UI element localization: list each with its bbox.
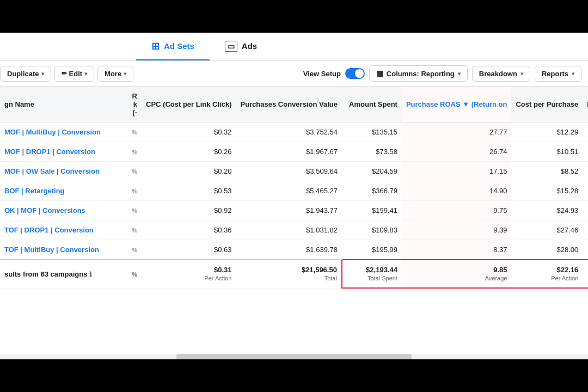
pencil-icon: ✏ bbox=[62, 70, 67, 77]
cell-cpc: $0.32 bbox=[142, 122, 236, 142]
summary-label: sults from 63 campaigns ℹ bbox=[0, 260, 120, 288]
breakdown-chevron: ▾ bbox=[520, 71, 523, 77]
adsets-icon: ⊞ bbox=[151, 40, 160, 52]
main-container: ⊞ Ad Sets ▭ Ads Duplicate ▾ ✏ Edit ▾ Mor… bbox=[0, 33, 588, 359]
summary-pcv: $21,596.50Total bbox=[236, 260, 341, 288]
reports-button[interactable]: Reports ▾ bbox=[535, 66, 581, 82]
toolbar-left: Duplicate ▾ ✏ Edit ▾ More ▾ bbox=[0, 66, 133, 82]
cell-pcv: $5,465.27 bbox=[236, 181, 341, 201]
table-row: TOF | MultiBuy | Conversion % $0.63 $1,6… bbox=[0, 240, 588, 260]
cell-r: % bbox=[120, 181, 142, 201]
edit-chevron: ▾ bbox=[84, 71, 87, 77]
cell-roas: 26.74 bbox=[402, 142, 512, 162]
more-chevron: ▾ bbox=[124, 71, 126, 77]
bar-chart-icon: ▦ bbox=[376, 69, 383, 78]
cell-r: % bbox=[120, 240, 142, 260]
summary-cpc: $0.31Per Action bbox=[142, 260, 236, 288]
cell-roas: 14.90 bbox=[402, 181, 512, 201]
col-header-campaign: gn Name bbox=[0, 87, 120, 122]
edit-button[interactable]: ✏ Edit ▾ bbox=[54, 66, 95, 82]
cell-spent: $195.99 bbox=[342, 240, 402, 260]
cell-pcv: $3,509.64 bbox=[236, 162, 341, 181]
cell-r: % bbox=[120, 201, 142, 220]
table-header-row: gn Name Rk(- CPC (Cost per Link Click) P… bbox=[0, 87, 588, 122]
cell-cpc: $0.26 bbox=[142, 142, 236, 162]
cell-cpp: $12.29 bbox=[511, 122, 583, 142]
col-header-cpc: CPC (Cost per Link Click) bbox=[142, 87, 236, 122]
cell-r: % bbox=[120, 122, 142, 142]
columns-chevron: ▾ bbox=[458, 71, 461, 77]
more-button[interactable]: More ▾ bbox=[97, 66, 133, 82]
cell-campaign: MOF | MultiBuy | Conversion bbox=[0, 122, 120, 142]
toolbar-right: View Setup ▦ Columns: Reporting ▾ Breakd… bbox=[303, 65, 581, 82]
cell-purchases: 7 bbox=[583, 142, 588, 162]
more-label: More bbox=[105, 70, 121, 78]
cell-purchases: 8 bbox=[583, 201, 588, 220]
campaign-link[interactable]: TOF | DROP1 | Conversion bbox=[4, 226, 94, 234]
cell-pcv: $3,752.54 bbox=[236, 122, 341, 142]
table-row: MOF | MultiBuy | Conversion % $0.32 $3,7… bbox=[0, 122, 588, 142]
summary-row: sults from 63 campaigns ℹ % $0.31Per Act… bbox=[0, 260, 588, 288]
view-setup-label: View Setup bbox=[303, 70, 341, 78]
cell-campaign: OK | MOF | Conversions bbox=[0, 201, 120, 220]
campaign-link[interactable]: MOF | DROP1 | Conversion bbox=[4, 148, 95, 156]
summary-spent: $2,193.44Total Spent bbox=[342, 260, 402, 288]
campaign-link[interactable]: BOF | Retargeting bbox=[4, 187, 65, 195]
table-row: MOF | OW Sale | Conversion % $0.20 $3,50… bbox=[0, 162, 588, 181]
campaign-link[interactable]: MOF | OW Sale | Conversion bbox=[4, 167, 100, 175]
cell-purchases: 24 bbox=[583, 162, 588, 181]
cell-purchases: 24 bbox=[583, 181, 588, 201]
summary-roas: 9.85Average bbox=[402, 260, 512, 288]
summary-r: % bbox=[120, 260, 142, 288]
col-header-purchases: Purchases bbox=[583, 87, 588, 122]
table-row: MOF | DROP1 | Conversion % $0.26 $1,967.… bbox=[0, 142, 588, 162]
cell-pcv: $1,943.77 bbox=[236, 201, 341, 220]
breakdown-label: Breakdown bbox=[479, 70, 517, 78]
table-row: BOF | Retargeting % $0.53 $5,465.27 $366… bbox=[0, 181, 588, 201]
cell-cpp: $8.52 bbox=[511, 162, 583, 181]
cell-campaign: MOF | OW Sale | Conversion bbox=[0, 162, 120, 181]
col-header-spent: Amount Spent bbox=[342, 87, 402, 122]
cell-campaign: MOF | DROP1 | Conversion bbox=[0, 142, 120, 162]
cell-pcv: $1,639.78 bbox=[236, 240, 341, 260]
cell-spent: $204.59 bbox=[342, 162, 402, 181]
cell-cpp: $28.00 bbox=[511, 240, 583, 260]
cell-r: % bbox=[120, 142, 142, 162]
summary-purchases: 99Total bbox=[583, 260, 588, 288]
table-body: MOF | MultiBuy | Conversion % $0.32 $3,7… bbox=[0, 122, 588, 289]
campaigns-table: gn Name Rk(- CPC (Cost per Link Click) P… bbox=[0, 87, 588, 289]
reports-chevron: ▾ bbox=[572, 71, 574, 77]
cell-campaign: TOF | DROP1 | Conversion bbox=[0, 220, 120, 240]
campaign-link[interactable]: MOF | MultiBuy | Conversion bbox=[4, 128, 101, 136]
col-header-cpp: Cost per Purchase bbox=[511, 87, 583, 122]
duplicate-button[interactable]: Duplicate ▾ bbox=[0, 66, 51, 82]
view-setup-group: View Setup bbox=[303, 68, 365, 79]
view-setup-toggle[interactable] bbox=[345, 68, 365, 79]
cell-spent: $199.41 bbox=[342, 201, 402, 220]
cell-campaign: BOF | Retargeting bbox=[0, 181, 120, 201]
cell-cpc: $0.20 bbox=[142, 162, 236, 181]
table-row: TOF | DROP1 | Conversion % $0.36 $1,031.… bbox=[0, 220, 588, 240]
cell-cpp: $24.93 bbox=[511, 201, 583, 220]
table-wrapper[interactable]: gn Name Rk(- CPC (Cost per Link Click) P… bbox=[0, 87, 588, 354]
duplicate-label: Duplicate bbox=[7, 70, 39, 78]
campaign-link[interactable]: TOF | MultiBuy | Conversion bbox=[4, 246, 99, 254]
cell-r: % bbox=[120, 220, 142, 240]
cell-roas: 9.39 bbox=[402, 220, 512, 240]
duplicate-chevron: ▾ bbox=[41, 71, 44, 77]
cell-pcv: $1,031.82 bbox=[236, 220, 341, 240]
col-header-roas[interactable]: Purchase ROAS ▼ (Return on bbox=[402, 87, 512, 122]
toolbar: Duplicate ▾ ✏ Edit ▾ More ▾ View Setup ▦… bbox=[0, 61, 588, 87]
campaign-link[interactable]: OK | MOF | Conversions bbox=[4, 206, 85, 215]
tab-adsets[interactable]: ⊞ Ad Sets bbox=[136, 33, 210, 60]
tab-ads[interactable]: ▭ Ads bbox=[210, 33, 272, 60]
cell-pcv: $1,967.67 bbox=[236, 142, 341, 162]
ads-icon: ▭ bbox=[225, 41, 237, 52]
columns-button[interactable]: ▦ Columns: Reporting ▾ bbox=[369, 65, 468, 82]
cell-cpp: $10.51 bbox=[511, 142, 583, 162]
top-nav: ⊞ Ad Sets ▭ Ads bbox=[0, 33, 588, 61]
cell-cpp: $27.46 bbox=[511, 220, 583, 240]
cell-spent: $73.58 bbox=[342, 142, 402, 162]
breakdown-button[interactable]: Breakdown ▾ bbox=[472, 66, 530, 82]
cell-roas: 8.37 bbox=[402, 240, 512, 260]
